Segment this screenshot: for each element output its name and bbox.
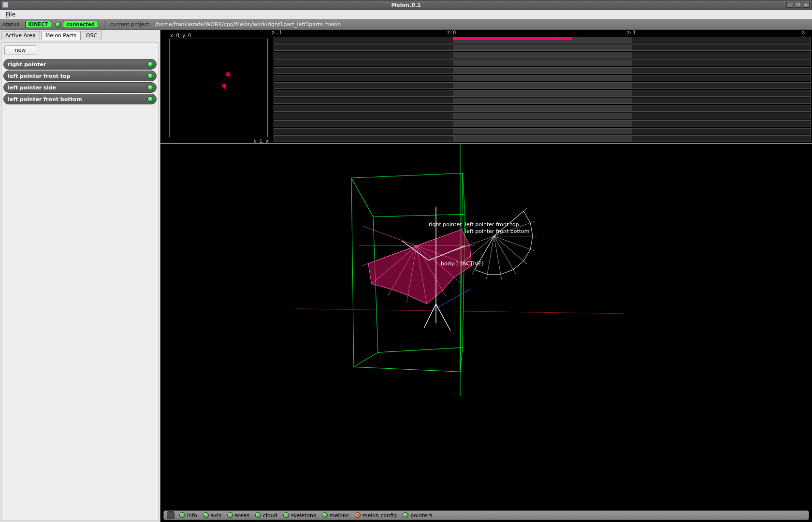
project-path: /home/frankiezafe/WORK/cpp/Melon/work/ri… — [155, 21, 341, 28]
toggle-label: pointers — [410, 512, 432, 519]
check-on-icon: ✓ — [283, 512, 289, 518]
z-row[interactable] — [274, 90, 811, 97]
check-on-icon: ✓ — [322, 512, 328, 518]
z-row[interactable] — [274, 75, 811, 82]
svg-line-22 — [494, 236, 535, 251]
menubar: File — [0, 10, 812, 19]
svg-text:left pointer front bottom: left pointer front bottom — [465, 228, 529, 234]
z-row-bar — [453, 37, 572, 40]
sidebar: Active AreaMelon PartsOSC new right poin… — [0, 30, 160, 522]
toggle-skeletons[interactable]: ✓skeletons — [283, 512, 316, 519]
z-row[interactable] — [274, 120, 811, 127]
app-icon — [2, 2, 8, 8]
status-bar: status: KINECT connected current project… — [0, 19, 812, 30]
svg-line-3 — [354, 352, 378, 367]
toggle-pointers[interactable]: ✓pointers — [403, 512, 432, 519]
menu-file[interactable]: File — [3, 10, 18, 19]
z-row[interactable] — [274, 82, 811, 89]
z-row[interactable] — [274, 105, 811, 112]
part-enabled-icon[interactable] — [147, 85, 153, 90]
connection-led-icon — [55, 22, 61, 28]
viewport-toolbar: ✓info✓axis✓areas✓cloud✓skeletons✓melons✕… — [163, 510, 809, 520]
part-row[interactable]: right pointer — [3, 59, 157, 70]
z-axis-label: z: 0 — [447, 30, 456, 35]
svg-text:body:1 [ACTIVE]: body:1 [ACTIVE] — [441, 261, 484, 267]
mini-view-marker-icon — [226, 72, 230, 76]
toggle-axis[interactable]: ✓axis — [203, 512, 221, 519]
z-axis-label: z: -1 — [272, 30, 282, 35]
toggle-areas[interactable]: ✓areas — [227, 512, 249, 519]
separator — [104, 21, 104, 29]
part-label: left pointer side — [8, 85, 56, 91]
toggle-cloud[interactable]: ✓cloud — [255, 512, 277, 519]
toggle-label: melons — [330, 512, 349, 519]
svg-line-18 — [362, 226, 417, 246]
tab-active-area[interactable]: Active Area — [1, 31, 40, 40]
z-row[interactable] — [274, 135, 811, 142]
svg-text:left pointer front top: left pointer front top — [465, 221, 519, 228]
svg-text:right pointer: right pointer — [429, 221, 462, 228]
connection-status-pill: connected — [63, 21, 98, 28]
mini-view-frame — [169, 39, 268, 137]
status-label: status: — [3, 21, 21, 28]
window-minimize-button[interactable]: _ — [786, 2, 793, 8]
part-label: left pointer front bottom — [8, 96, 82, 102]
toggle-label: skeletons — [291, 512, 316, 519]
z-row[interactable] — [274, 113, 811, 119]
z-row[interactable] — [274, 59, 811, 66]
check-on-icon: ✓ — [227, 512, 233, 518]
svg-line-1 — [463, 173, 465, 214]
toggle-label: areas — [235, 512, 249, 519]
check-on-icon: ✓ — [403, 512, 408, 518]
toggle-label: melon config — [362, 512, 397, 519]
part-label: right pointer — [8, 61, 46, 68]
window-titlebar: Melon.0.1 _ ❐ × — [0, 0, 812, 10]
tab-melon-parts[interactable]: Melon Parts — [41, 31, 81, 40]
viewport: x: 0, y: 0 x: 1, y: 1 z: -1z: 0z: 1z: 2 … — [160, 30, 812, 522]
check-off-icon: ✕ — [355, 512, 361, 518]
z-axis-label: z: 1 — [627, 30, 636, 35]
part-row[interactable]: left pointer front top — [3, 71, 157, 81]
tab-osc[interactable]: OSC — [82, 31, 102, 40]
kinect-status-pill: KINECT — [25, 21, 52, 28]
check-on-icon: ✓ — [203, 512, 209, 518]
part-enabled-icon[interactable] — [147, 73, 153, 79]
part-row[interactable]: left pointer front bottom — [3, 94, 157, 104]
part-enabled-icon[interactable] — [147, 96, 153, 102]
z-row[interactable] — [274, 67, 811, 74]
toggle-melon-config[interactable]: ✕melon config — [355, 512, 397, 519]
toggle-label: info — [187, 512, 197, 519]
window-title: Melon.0.1 — [391, 2, 420, 8]
mini-view-marker-icon — [222, 84, 226, 87]
check-on-icon: ✓ — [179, 512, 185, 518]
window-close-button[interactable]: × — [803, 2, 810, 8]
mini-view-label-tl: x: 0, y: 0 — [170, 33, 191, 38]
z-row[interactable] — [274, 37, 811, 44]
toggle-label: cloud — [263, 512, 277, 519]
window-maximize-button[interactable]: ❐ — [795, 2, 801, 8]
sidebar-panel: new right pointerleft pointer front topl… — [1, 42, 159, 521]
project-label: current project: — [110, 21, 151, 28]
z-timeline[interactable]: z: -1z: 0z: 1z: 2 — [272, 30, 812, 143]
check-on-icon: ✓ — [255, 512, 261, 518]
part-label: left pointer front top — [8, 73, 71, 79]
z-row[interactable] — [274, 44, 811, 51]
z-row[interactable] — [274, 98, 811, 104]
3d-viewport[interactable]: right pointerleft pointer front topleft … — [160, 144, 812, 522]
part-enabled-icon[interactable] — [147, 61, 153, 67]
svg-line-23 — [494, 236, 527, 264]
toggle-melons[interactable]: ✓melons — [322, 512, 349, 519]
svg-line-0 — [351, 178, 373, 217]
z-row[interactable] — [274, 52, 811, 58]
sidebar-tabs: Active AreaMelon PartsOSC — [1, 31, 159, 40]
part-row[interactable]: left pointer side — [3, 82, 157, 93]
z-row[interactable] — [274, 128, 811, 135]
toggle-label: axis — [211, 512, 221, 519]
xy-mini-view[interactable]: x: 0, y: 0 x: 1, y: 1 — [160, 30, 272, 143]
home-button[interactable] — [167, 511, 174, 519]
toggle-info[interactable]: ✓info — [179, 512, 197, 519]
new-button[interactable]: new — [4, 45, 36, 55]
